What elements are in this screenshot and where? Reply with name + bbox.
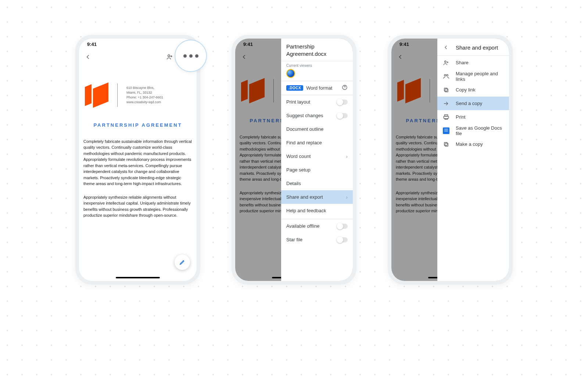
- viewer-avatar[interactable]: [286, 69, 295, 78]
- svg-rect-10: [445, 143, 448, 146]
- suggest-toggle[interactable]: [337, 113, 348, 118]
- help-feedback-row[interactable]: Help and feedback: [281, 204, 353, 217]
- svg-point-7: [447, 74, 448, 76]
- svg-point-5: [445, 61, 447, 62]
- suggest-changes-row[interactable]: Suggest changes: [281, 109, 353, 122]
- svg-point-3: [344, 88, 345, 89]
- svg-point-6: [444, 74, 446, 76]
- company-address: 610 Biscayne Blvs, Miami, FL, 33132 Phon…: [126, 86, 163, 105]
- document-letterhead: 610 Biscayne Blvs, Miami, FL, 33132 Phon…: [82, 71, 194, 107]
- svg-rect-11: [444, 142, 447, 145]
- share-export-row[interactable]: Share and export›: [281, 190, 353, 204]
- send-icon: [442, 100, 450, 107]
- word-count-row[interactable]: Word count›: [281, 149, 353, 163]
- document-title: PARTNERSHIP AGREEMENT: [82, 122, 194, 129]
- available-offline-row[interactable]: Available offline: [281, 219, 353, 233]
- star-file-row[interactable]: Star file: [281, 233, 353, 246]
- print-layout-toggle[interactable]: [337, 100, 348, 105]
- print-row[interactable]: Print: [437, 110, 509, 124]
- people-icon: [442, 73, 450, 80]
- offline-toggle[interactable]: [337, 224, 348, 229]
- page-setup-row[interactable]: Page setup: [281, 163, 353, 177]
- chevron-right-icon: ›: [346, 194, 348, 200]
- document-viewport[interactable]: 610 Biscayne Blvs, Miami, FL, 33132 Phon…: [79, 64, 197, 219]
- print-icon: [442, 113, 450, 121]
- document-outline-row[interactable]: Document outline: [281, 122, 353, 136]
- svg-rect-8: [445, 89, 448, 92]
- more-icon: [183, 54, 198, 58]
- google-docs-icon: [442, 127, 450, 134]
- company-logo: [83, 86, 108, 105]
- back-button[interactable]: [84, 53, 92, 61]
- phone-step-1: 9:41: [75, 35, 200, 285]
- details-row[interactable]: Details: [281, 177, 353, 190]
- add-person-icon: [442, 59, 450, 66]
- kebab-menu-highlight[interactable]: [175, 40, 207, 72]
- manage-people-row[interactable]: Manage people and links: [437, 69, 509, 83]
- copy-link-row[interactable]: Copy link: [437, 83, 509, 97]
- document-paragraph: Completely fabricate sustainable informa…: [83, 138, 192, 187]
- panel-title: Partnership Agreement.docx: [281, 39, 353, 61]
- document-paragraph: Appropriately synthesize reliable alignm…: [83, 194, 192, 219]
- find-replace-row[interactable]: Find and replace: [281, 136, 353, 149]
- options-panel: Partnership Agreement.docx Current viewe…: [281, 39, 353, 281]
- svg-rect-9: [444, 88, 447, 91]
- phone-step-3: 9:41 610 Biscayne Blvs,Miami, FL, 33132 …: [388, 35, 513, 285]
- edit-fab[interactable]: [175, 255, 190, 270]
- copy-icon: [442, 86, 450, 94]
- add-person-button[interactable]: [166, 53, 174, 61]
- current-viewers-label: Current viewers: [281, 61, 353, 69]
- help-icon[interactable]: [342, 84, 348, 91]
- word-format-label: Word format: [306, 85, 332, 91]
- status-time: 9:41: [87, 41, 97, 47]
- copy-icon: [442, 141, 450, 148]
- panel-header: Share and export: [437, 39, 509, 55]
- star-toggle[interactable]: [337, 237, 348, 242]
- make-copy-row[interactable]: Make a copy: [437, 137, 509, 151]
- panel-back-button[interactable]: [442, 44, 450, 51]
- svg-point-0: [168, 55, 170, 57]
- phone-step-2: 9:41 610 Biscayne Blvs,Miami, FL, 33132 …: [232, 35, 356, 285]
- save-gdocs-row[interactable]: Save as Google Docs file: [437, 124, 509, 137]
- panel-title: Share and export: [456, 44, 498, 51]
- home-indicator: [116, 277, 160, 278]
- docx-badge: .DOCX: [286, 85, 303, 91]
- print-layout-row[interactable]: Print layout: [281, 95, 353, 109]
- send-copy-row[interactable]: Send a copy: [437, 97, 509, 110]
- share-row[interactable]: Share: [437, 56, 509, 69]
- word-format-row[interactable]: .DOCX Word format: [281, 81, 353, 95]
- chevron-right-icon: ›: [346, 154, 348, 159]
- share-export-panel: Share and export Share Manage people and…: [437, 39, 509, 281]
